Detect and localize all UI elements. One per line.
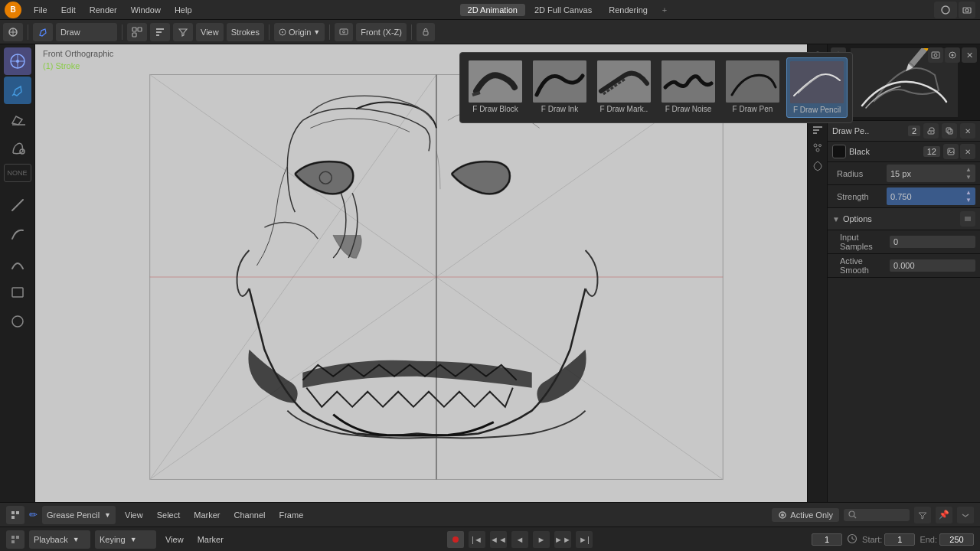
brush-draw-noise[interactable]: F Draw Noise — [658, 57, 719, 118]
tool-fill[interactable] — [4, 135, 31, 162]
add-workspace-button[interactable]: + — [657, 2, 672, 18]
workspace-2d-animation[interactable]: 2D Animation — [460, 4, 525, 16]
playback-marker-btn[interactable]: Marker — [193, 533, 228, 546]
svg-line-26 — [12, 200, 23, 210]
end-frame-input[interactable] — [939, 533, 974, 546]
lock-btn[interactable] — [416, 23, 435, 41]
settings-panel-icon[interactable] — [945, 47, 960, 63]
modifier-right-icon[interactable] — [809, 121, 826, 138]
brush-delete-icon[interactable]: ✕ — [960, 123, 975, 139]
tool-erase[interactable] — [4, 106, 31, 133]
radius-value[interactable]: 15 px ▲ ▼ — [887, 165, 975, 182]
options-menu-icon[interactable] — [960, 211, 975, 227]
menu-help[interactable]: Help — [168, 4, 198, 16]
menu-render[interactable]: Render — [83, 4, 123, 16]
svg-line-76 — [852, 539, 854, 540]
tool-circle[interactable] — [4, 308, 31, 335]
brush-link-icon[interactable] — [923, 123, 939, 139]
camera-icon[interactable] — [959, 2, 975, 18]
modifier-btn[interactable] — [150, 23, 170, 41]
search-input[interactable] — [859, 510, 905, 520]
pin-icon[interactable]: 📌 — [936, 507, 952, 523]
brush-draw-pencil[interactable]: F Draw Pencil — [786, 57, 848, 118]
tool-line[interactable] — [4, 191, 31, 219]
svg-point-0 — [942, 6, 949, 14]
close-panel-icon[interactable]: ✕ — [962, 47, 977, 63]
jump-start-button[interactable]: |◄ — [469, 531, 485, 548]
menu-file[interactable]: File — [28, 4, 54, 16]
tool-curve[interactable] — [4, 220, 31, 248]
strength-down-icon[interactable]: ▼ — [965, 197, 972, 204]
jump-end-button[interactable]: ►| — [576, 531, 593, 548]
record-button[interactable] — [447, 531, 464, 548]
bottom-channel-btn[interactable]: Channel — [229, 509, 270, 521]
keying-dropdown[interactable]: Keying ▼ — [95, 530, 156, 549]
start-frame-input[interactable] — [884, 533, 915, 546]
options-collapse-icon: ▼ — [832, 215, 840, 223]
strokes-btn[interactable]: Strokes — [227, 23, 264, 41]
color-display-icon[interactable] — [832, 145, 846, 158]
strength-value[interactable]: 0.750 ▲ ▼ — [887, 187, 975, 205]
origin-btn[interactable]: Origin ▼ — [274, 23, 325, 41]
physics-icon[interactable] — [809, 158, 826, 174]
brush-draw-pen[interactable]: F Draw Pen — [722, 57, 783, 118]
next-frame-button[interactable]: ►► — [554, 531, 571, 548]
filter-btn[interactable] — [173, 23, 193, 41]
input-samples-value[interactable]: 0 — [890, 236, 975, 248]
svg-point-55 — [930, 132, 932, 133]
color-image-icon[interactable] — [943, 144, 959, 159]
radius-down-icon[interactable]: ▼ — [965, 174, 972, 181]
brush-draw-ink[interactable]: F Draw Ink — [529, 57, 590, 118]
svg-rect-72 — [11, 540, 15, 543]
tool-draw[interactable] — [4, 77, 31, 104]
active-smooth-value[interactable]: 0.000 — [890, 259, 975, 272]
chevron-icon[interactable] — [957, 507, 974, 523]
svg-rect-50 — [932, 52, 939, 58]
play-forward-button[interactable]: ► — [533, 531, 550, 548]
playback-editor-icon[interactable] — [6, 530, 24, 549]
strength-up-icon[interactable]: ▲ — [965, 189, 972, 196]
filter-icon[interactable] — [914, 507, 931, 523]
brush-draw-block[interactable]: F Draw Block — [465, 57, 526, 118]
camera-view-btn[interactable] — [335, 23, 353, 41]
radius-up-icon[interactable]: ▲ — [965, 166, 972, 173]
bottom-frame-btn[interactable]: Frame — [274, 509, 308, 521]
brush-draw-mark[interactable]: F Draw Mark.. — [593, 57, 655, 118]
play-back-button[interactable]: ◄ — [511, 531, 528, 548]
playback-view-btn[interactable]: View — [161, 533, 188, 546]
bottom-select-btn[interactable]: Select — [152, 509, 185, 521]
svg-point-67 — [781, 514, 784, 517]
svg-rect-70 — [11, 536, 15, 539]
bottom-view-btn[interactable]: View — [120, 509, 148, 521]
view-axis-btn[interactable]: Front (X-Z) — [356, 23, 407, 41]
viewport-overlay-btn[interactable] — [127, 23, 147, 41]
workspace-rendering[interactable]: Rendering — [601, 4, 655, 16]
search-bar[interactable] — [844, 509, 910, 521]
color-delete-icon[interactable]: ✕ — [960, 144, 975, 159]
current-frame-input[interactable] — [812, 533, 842, 546]
scene-icon[interactable] — [934, 2, 957, 18]
tool-none[interactable]: NONE — [4, 164, 31, 182]
editor-type-button[interactable] — [3, 23, 23, 41]
prev-frame-button[interactable]: ◄◄ — [490, 531, 507, 548]
mode-dropdown[interactable]: Draw — [56, 23, 117, 41]
menu-window[interactable]: Window — [125, 4, 167, 16]
workspace-2d-full-canvas[interactable]: 2D Full Canvas — [527, 4, 599, 16]
brush-draw-pen-label: F Draw Pen — [733, 105, 773, 113]
view-btn[interactable]: View — [196, 23, 224, 41]
start-label: Start: — [862, 535, 882, 544]
grease-pencil-mode-dropdown[interactable]: Grease Pencil ▼ — [42, 506, 116, 524]
tool-rect[interactable] — [4, 279, 31, 306]
tool-arc[interactable] — [4, 249, 31, 277]
screenshot-icon[interactable] — [928, 47, 943, 63]
color-value[interactable]: 12 — [923, 146, 940, 157]
active-only-button[interactable]: Active Only — [772, 508, 839, 522]
tool-navigate[interactable] — [4, 47, 31, 75]
editor-switcher-bottom[interactable] — [6, 506, 24, 524]
playback-dropdown[interactable]: Playback ▼ — [29, 530, 90, 549]
particle-icon[interactable] — [809, 139, 826, 156]
bottom-marker-btn[interactable]: Marker — [189, 509, 224, 521]
menu-edit[interactable]: Edit — [55, 4, 82, 16]
options-section[interactable]: ▼ Options — [828, 208, 980, 230]
brush-copy-icon[interactable] — [942, 123, 957, 139]
